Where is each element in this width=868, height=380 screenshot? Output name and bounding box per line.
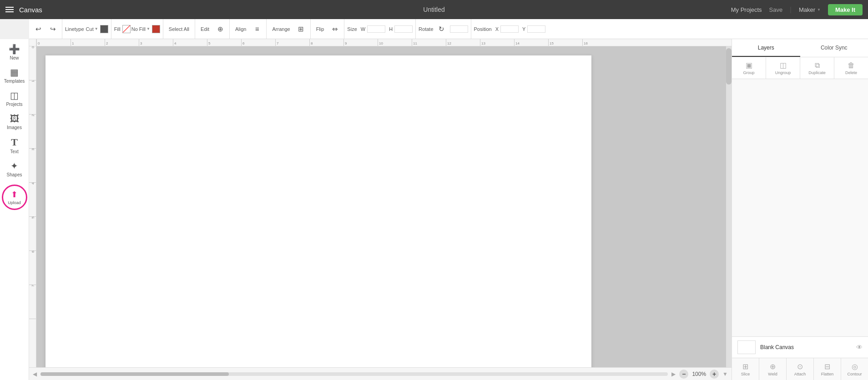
text-icon: T <box>11 137 18 147</box>
ruler-v-tick-1: 1 <box>29 80 36 115</box>
my-projects-link[interactable]: My Projects <box>731 6 762 13</box>
attach-label: Attach <box>794 372 806 376</box>
height-input[interactable] <box>394 25 413 33</box>
ruler-h-tick-7: 7 <box>275 39 309 46</box>
ruler-h-tick-11: 11 <box>412 39 446 46</box>
rotate-input[interactable] <box>450 25 468 33</box>
ruler-h-tick-13: 13 <box>480 39 514 46</box>
y-input[interactable] <box>527 25 545 33</box>
undo-button[interactable]: ↩ <box>32 23 45 35</box>
flip-icon[interactable]: ⇔ <box>328 23 341 35</box>
maker-label: Maker <box>799 6 815 13</box>
bottom-bar: ◀ ▶ − 100% + ▼ <box>29 367 732 380</box>
make-it-button[interactable]: Make It <box>828 4 863 15</box>
edit-group: Edit ⊕ <box>195 19 230 39</box>
linetype-chevron-icon: ▼ <box>95 27 98 31</box>
sidebar-item-text[interactable]: T Text <box>0 134 29 158</box>
scroll-right-button[interactable]: ▶ <box>671 371 676 377</box>
sidebar-upload-label: Upload <box>8 200 21 205</box>
contour-action[interactable]: ◎ Contour <box>841 358 868 380</box>
fill-select[interactable]: No Fill ▼ <box>122 25 150 33</box>
tab-color-sync[interactable]: Color Sync <box>800 39 868 57</box>
width-input[interactable] <box>367 25 385 33</box>
select-all-button[interactable]: Select All <box>166 23 192 35</box>
delete-icon: 🗑 <box>848 61 855 70</box>
canvas-scroll-area[interactable] <box>36 46 732 367</box>
duplicate-action[interactable]: ⧉ Duplicate <box>800 57 834 79</box>
sidebar-text-label: Text <box>10 149 18 154</box>
ungroup-icon: ◫ <box>780 61 787 70</box>
ruler-h-tick-10: 10 <box>378 39 412 46</box>
scroll-left-button[interactable]: ◀ <box>33 371 37 377</box>
right-panel-content <box>732 79 868 336</box>
group-icon: ▣ <box>746 61 752 70</box>
zoom-level: 100% <box>692 371 706 377</box>
weld-label: Weld <box>768 372 777 376</box>
save-button[interactable]: Save <box>769 6 783 13</box>
sidebar-item-upload[interactable]: ⬆ Upload <box>0 183 29 212</box>
fill-color-swatch[interactable] <box>152 25 160 33</box>
edit-button[interactable]: Edit <box>198 23 212 35</box>
edit-icon[interactable]: ⊕ <box>214 23 227 35</box>
sidebar-item-images[interactable]: 🖼 Images <box>0 110 29 134</box>
main-layout: ➕ New ▦ Templates ◫ Projects 🖼 Images T … <box>0 39 868 380</box>
document-title: Untitled <box>423 6 444 13</box>
scrollbar-v-thumb[interactable] <box>726 48 732 85</box>
right-bottom-actions: ⊞ Slice ⊕ Weld ⊙ Attach ⊟ Flatten ◎ Co <box>732 358 868 380</box>
sidebar-item-new[interactable]: ➕ New <box>0 41 29 64</box>
fill-color-box[interactable] <box>122 25 131 33</box>
linetype-color-swatch[interactable] <box>100 25 108 33</box>
flip-button[interactable]: Flip <box>313 23 327 35</box>
size-label: Size <box>347 26 357 32</box>
group-label: Group <box>743 70 754 75</box>
arrange-button[interactable]: Arrange <box>269 23 293 35</box>
slice-label: Slice <box>741 372 750 376</box>
ruler-v-ticks: 0 1 2 3 4 5 6 7 <box>29 46 36 319</box>
ruler-h-tick-9: 9 <box>343 39 378 46</box>
linetype-label: Linetype <box>65 26 84 32</box>
sidebar-templates-label: Templates <box>4 79 25 84</box>
canvas-area: 0 1 2 3 4 5 6 7 8 9 10 11 12 13 14 15 16 <box>29 39 732 380</box>
linetype-select[interactable]: Cut ▼ <box>86 26 98 32</box>
upload-icon: ⬆ <box>11 190 18 200</box>
sidebar-item-shapes[interactable]: ✦ Shapes <box>0 158 29 181</box>
ungroup-action[interactable]: ◫ Ungroup <box>766 57 800 79</box>
align-button[interactable]: Align <box>232 23 249 35</box>
maker-dropdown[interactable]: Maker ▼ <box>799 6 821 13</box>
flatten-label: Flatten <box>821 372 834 376</box>
redo-button[interactable]: ↪ <box>46 23 59 35</box>
size-group: Size W H <box>344 19 416 39</box>
duplicate-icon: ⧉ <box>815 61 820 70</box>
scroll-down-button[interactable]: ▼ <box>722 371 728 377</box>
slice-action[interactable]: ⊞ Slice <box>732 358 759 380</box>
rotate-label: Rotate <box>419 26 433 32</box>
ruler-h-ticks: 0 1 2 3 4 5 6 7 8 9 10 11 12 13 14 15 16 <box>36 39 616 46</box>
scrollbar-horizontal[interactable] <box>40 372 668 376</box>
upload-circle[interactable]: ⬆ Upload <box>2 185 27 210</box>
menu-icon[interactable] <box>5 7 14 12</box>
sidebar-shapes-label: Shapes <box>7 172 22 177</box>
attach-action[interactable]: ⊙ Attach <box>787 358 814 380</box>
ruler-h-tick-15: 15 <box>548 39 582 46</box>
flatten-action[interactable]: ⊟ Flatten <box>814 358 841 380</box>
arrange-icon[interactable]: ⊞ <box>295 23 308 35</box>
zoom-in-button[interactable]: + <box>710 370 719 379</box>
flatten-icon: ⊟ <box>824 362 830 371</box>
x-input[interactable] <box>500 25 519 33</box>
rotate-icon[interactable]: ↻ <box>435 23 448 35</box>
align-icon[interactable]: ≡ <box>251 23 263 35</box>
visibility-toggle-button[interactable]: 👁 <box>856 344 863 351</box>
ruler-v-tick-0: 0 <box>29 46 36 80</box>
weld-action[interactable]: ⊕ Weld <box>759 358 787 380</box>
group-action[interactable]: ▣ Group <box>732 57 766 79</box>
contour-label: Contour <box>847 372 862 376</box>
sidebar-item-templates[interactable]: ▦ Templates <box>0 64 29 87</box>
scrollbar-h-thumb[interactable] <box>40 372 229 376</box>
right-panel-tabs: Layers Color Sync <box>732 39 868 57</box>
zoom-out-button[interactable]: − <box>679 370 688 379</box>
scrollbar-vertical[interactable] <box>726 46 732 367</box>
ruler-v-tick-7: 7 <box>29 285 36 319</box>
sidebar-item-projects[interactable]: ◫ Projects <box>0 87 29 110</box>
delete-action[interactable]: 🗑 Delete <box>834 57 868 79</box>
tab-layers[interactable]: Layers <box>732 39 800 57</box>
